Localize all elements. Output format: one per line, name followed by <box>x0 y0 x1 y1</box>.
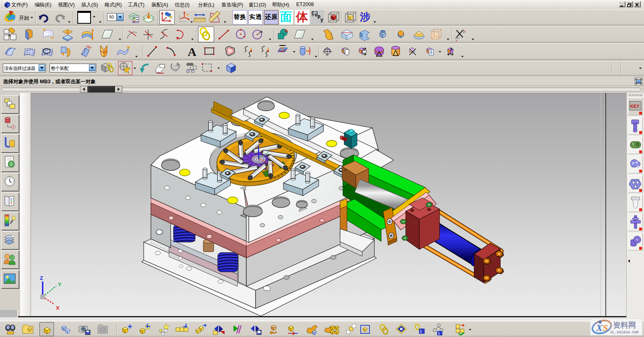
svg-text:y: y <box>320 17 323 23</box>
svg-text:Y: Y <box>58 282 62 288</box>
svg-text:X: X <box>56 305 60 311</box>
svg-text:x: x <box>456 39 457 41</box>
svg-text:ZC: ZC <box>258 142 262 146</box>
svg-text:XC: XC <box>269 162 274 166</box>
svg-text:X: X <box>596 323 603 333</box>
svg-text:i: i <box>420 329 421 334</box>
svg-text:x: x <box>464 30 466 33</box>
svg-text:S: S <box>603 323 608 333</box>
svg-text:资料网: 资料网 <box>613 321 636 329</box>
svg-text:ZL.XS1616.COM: ZL.XS1616.COM <box>610 330 639 335</box>
svg-text:i: i <box>438 331 440 336</box>
svg-text:KEY: KEY <box>630 104 640 109</box>
svg-text:YC: YC <box>270 148 275 152</box>
svg-text:x: x <box>450 46 453 51</box>
svg-text:Z: Z <box>40 275 43 281</box>
